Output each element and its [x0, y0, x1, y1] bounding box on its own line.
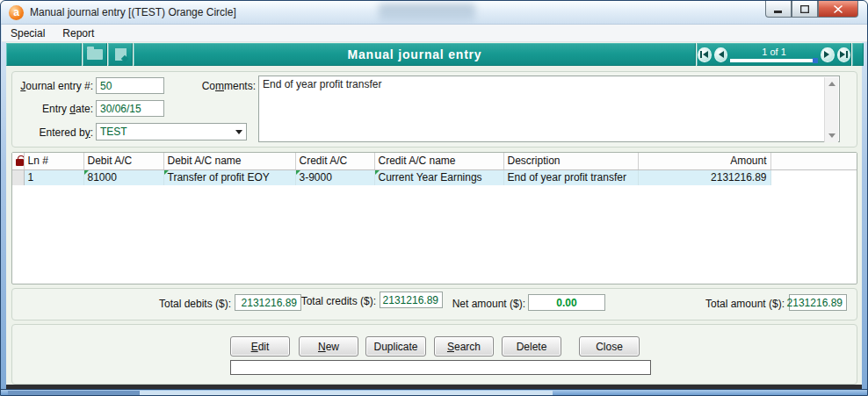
scroll-up-icon[interactable]	[828, 82, 835, 86]
menu-special[interactable]: Special	[2, 25, 54, 41]
duplicate-button[interactable]: Duplicate	[365, 336, 426, 356]
cell-debit-ac[interactable]: 81000	[83, 169, 163, 185]
total-amount-field: 2131216.89	[789, 294, 847, 311]
menu-report[interactable]: Report	[54, 25, 103, 41]
maximize-button[interactable]	[792, 1, 818, 18]
open-folder-button[interactable]	[83, 43, 107, 66]
close-button-action[interactable]: Close	[579, 336, 640, 356]
last-record-button[interactable]	[837, 47, 851, 62]
search-button[interactable]: Search	[434, 336, 494, 356]
new-button[interactable]: New	[299, 336, 358, 356]
next-record-button[interactable]	[821, 47, 835, 62]
record-slider-thumb[interactable]	[813, 58, 818, 63]
col-debit-name[interactable]: Debit A/C name	[163, 153, 295, 169]
scroll-down-icon[interactable]	[828, 133, 835, 138]
toolbar-end-spacer	[852, 43, 864, 66]
net-amount-field: 0.00	[528, 294, 605, 311]
entry-date-label: Entry date:	[5, 103, 93, 115]
delete-button[interactable]: Delete	[502, 336, 561, 356]
toolbar: Manual journal entry 1 of 1	[6, 43, 864, 66]
col-description[interactable]: Description	[503, 153, 638, 169]
comments-textarea[interactable]: End of year profit transfer	[258, 76, 840, 142]
record-navigator: 1 of 1	[697, 43, 851, 66]
bottom-frame-highlight	[140, 391, 553, 395]
col-debit-ac[interactable]: Debit A/C	[83, 153, 163, 169]
app-window: a Manual journal entry [(TEST) Orange Ci…	[0, 0, 868, 396]
minimize-icon	[774, 5, 783, 13]
cell-filler	[770, 169, 857, 185]
next-record-icon	[824, 51, 830, 58]
window-title: Manual journal entry [(TEST) Orange Circ…	[30, 6, 236, 18]
first-record-icon	[700, 51, 708, 58]
total-debits-label: Total debits ($):	[89, 298, 231, 310]
toolbar-title-area: Manual journal entry	[134, 43, 696, 66]
col-credit-name[interactable]: Credit A/C name	[374, 153, 503, 169]
bottom-frame-segment	[8, 391, 140, 395]
close-button[interactable]	[818, 1, 858, 18]
cell-amount[interactable]: 2131216.89	[638, 169, 770, 185]
journal-lines-grid: Ln # Debit A/C Debit A/C name Credit A/C…	[11, 152, 857, 284]
journal-entry-label: Journal entry #:	[5, 80, 93, 92]
comments-scrollbar[interactable]	[824, 77, 838, 142]
col-ln[interactable]: Ln #	[24, 153, 83, 169]
comments-label: Comments:	[201, 80, 256, 92]
total-credits-label: Total credits ($):	[264, 295, 376, 307]
minimize-button[interactable]	[765, 1, 792, 18]
entered-by-combobox[interactable]: TEST	[96, 123, 247, 140]
first-record-button[interactable]	[698, 47, 712, 62]
status-input[interactable]	[230, 360, 651, 375]
lock-header-cell	[12, 153, 24, 169]
record-slider[interactable]	[730, 59, 818, 62]
notes-button[interactable]	[108, 43, 133, 66]
page-icon	[115, 48, 127, 61]
previous-record-button[interactable]	[714, 47, 728, 62]
total-amount-label: Total amount ($):	[686, 298, 785, 310]
previous-record-icon	[718, 51, 724, 58]
col-credit-ac[interactable]: Credit A/C	[295, 153, 374, 169]
last-record-icon	[840, 51, 848, 58]
cell-credit-ac[interactable]: 3-9000	[295, 169, 374, 185]
cell-credit-name[interactable]: Current Year Earnings	[374, 169, 503, 185]
maximize-icon	[800, 5, 809, 13]
window-border-right	[862, 25, 867, 389]
entry-date-field[interactable]: 30/06/15	[96, 100, 164, 117]
col-amount[interactable]: Amount	[638, 153, 770, 169]
window-border-left	[1, 25, 6, 389]
net-amount-label: Net amount ($):	[440, 298, 525, 310]
entered-by-label: Entered by:	[5, 126, 93, 139]
close-icon	[834, 5, 843, 13]
cell-debit-name[interactable]: Transfer of profit EOY	[163, 169, 295, 185]
menu-bar: Special Report	[2, 25, 868, 42]
chevron-down-icon[interactable]	[235, 130, 242, 134]
total-credits-field: 2131216.89	[380, 292, 443, 308]
table-row[interactable]: 1 81000 Transfer of profit EOY 3-9000 Cu…	[12, 169, 857, 185]
journal-entry-field[interactable]: 50	[96, 77, 164, 94]
cell-description[interactable]: End of year profit transfer	[503, 169, 638, 185]
lock-icon	[16, 159, 24, 166]
folder-icon	[87, 49, 103, 60]
record-position: 1 of 1	[762, 47, 786, 57]
edit-button[interactable]: Edit	[230, 336, 290, 356]
grid-header-row: Ln # Debit A/C Debit A/C name Credit A/C…	[12, 153, 857, 169]
row-selector[interactable]	[12, 169, 24, 185]
col-filler	[770, 153, 857, 169]
window-border-bottom	[1, 389, 867, 395]
cell-ln[interactable]: 1	[24, 169, 83, 185]
page-title: Manual journal entry	[348, 47, 482, 61]
toolbar-spacer	[6, 43, 82, 66]
glass-reflection	[379, 4, 475, 22]
app-logo-icon: a	[9, 5, 24, 20]
title-bar[interactable]: a Manual journal entry [(TEST) Orange Ci…	[1, 1, 867, 25]
